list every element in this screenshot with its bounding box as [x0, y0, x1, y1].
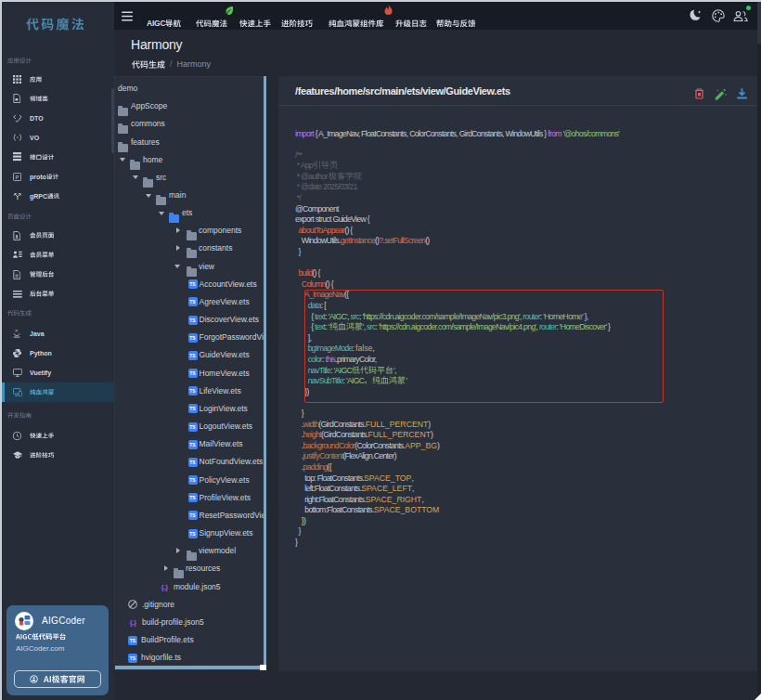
svg-text:P: P	[16, 174, 19, 179]
